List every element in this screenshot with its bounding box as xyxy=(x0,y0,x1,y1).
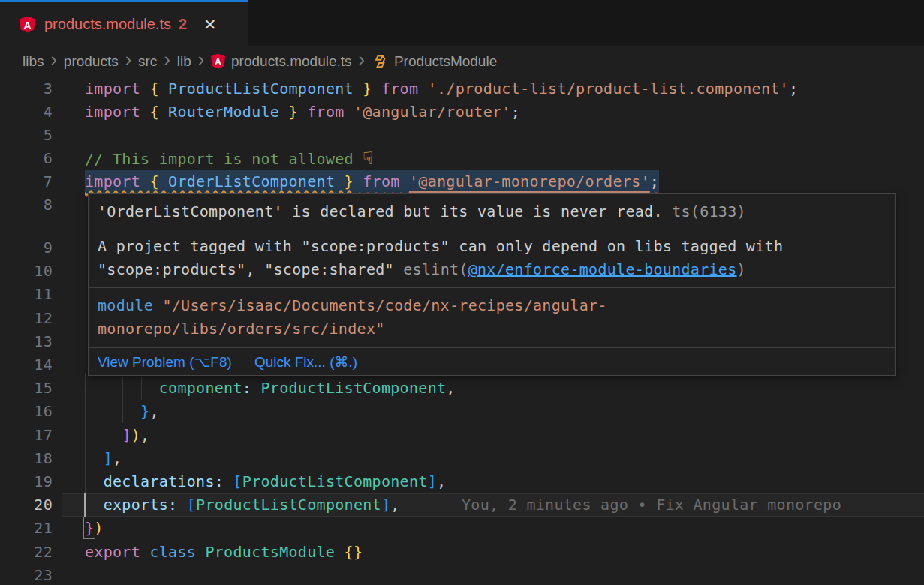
code-content[interactable]: }, xyxy=(85,400,159,423)
code-token: : xyxy=(242,379,251,397)
code-token: } xyxy=(354,80,372,98)
vscode-window: A products.module.ts 2 ✕ libs › products… xyxy=(0,0,924,585)
line-number-7[interactable]: 7 xyxy=(0,170,53,194)
code-token xyxy=(85,449,104,467)
code-token: , xyxy=(437,472,446,490)
line-number-15[interactable]: 15 xyxy=(0,376,53,400)
code-editor[interactable]: 3import { ProductListComponent } from '.… xyxy=(0,76,924,585)
code-token: ] xyxy=(428,472,437,490)
code-content[interactable]: import { OrderListComponent } from '@ang… xyxy=(85,170,659,194)
line-number-11[interactable]: 11 xyxy=(0,283,53,306)
code-token: ; xyxy=(789,80,798,98)
code-content[interactable]: }) xyxy=(85,517,104,540)
code-content[interactable]: import { ProductListComponent } from './… xyxy=(85,77,798,100)
code-line-19[interactable]: 19 declarations: [ProductListComponent], xyxy=(0,470,924,494)
code-token: { xyxy=(149,80,168,98)
chevron-right-icon: › xyxy=(164,50,170,69)
code-token: ] xyxy=(381,496,390,514)
code-content[interactable]: exports: [ProductListComponent], xyxy=(85,494,400,517)
line-number-19[interactable]: 19 xyxy=(0,470,53,494)
line-number-20[interactable]: 20 xyxy=(0,494,53,517)
code-content[interactable]: component: ProductListComponent, xyxy=(85,376,456,400)
code-content[interactable]: ]), xyxy=(85,424,149,447)
line-number-23[interactable]: 23 xyxy=(0,564,53,585)
code-line-23[interactable]: 23 xyxy=(0,564,924,585)
code-token: , xyxy=(446,379,455,397)
code-content[interactable]: // This import is not allowed ☟ xyxy=(85,147,373,171)
code-token xyxy=(85,426,122,444)
line-number-10[interactable]: 10 xyxy=(0,260,53,283)
code-line-20[interactable]: 20 exports: [ProductListComponent],You, … xyxy=(0,494,924,517)
line-number-3[interactable]: 3 xyxy=(0,77,53,100)
code-line-22[interactable]: 22export class ProductsModule {} xyxy=(0,541,924,564)
code-line-5[interactable]: 5 xyxy=(0,124,924,147)
code-token: ProductListComponent xyxy=(168,80,354,98)
code-token: from xyxy=(372,80,428,98)
code-token: , xyxy=(149,402,158,420)
code-line-6[interactable]: 6// This import is not allowed ☟ xyxy=(0,147,924,170)
code-line-21[interactable]: 21}) xyxy=(0,517,924,540)
code-token: [ xyxy=(187,496,196,514)
angular-file-icon: A xyxy=(211,54,225,69)
line-number-17[interactable]: 17 xyxy=(0,424,53,447)
line-number-13[interactable]: 13 xyxy=(0,330,53,353)
code-token: ; xyxy=(650,172,659,190)
code-line-4[interactable]: 4import { RouterModule } from '@angular/… xyxy=(0,100,924,124)
eslint-rule-link[interactable]: @nx/enforce-module-boundaries xyxy=(468,260,737,278)
line-number-6[interactable]: 6 xyxy=(0,147,53,170)
code-line-7[interactable]: 7import { OrderListComponent } from '@an… xyxy=(0,170,924,194)
code-token: ] xyxy=(122,426,131,444)
code-token: ] xyxy=(104,449,113,467)
class-symbol-icon xyxy=(372,53,388,70)
git-blame-annotation: You, 2 minutes ago • Fix Angular monorep… xyxy=(462,494,841,517)
ts-diagnostic-message: 'OrderListComponent' is declared but its… xyxy=(89,194,895,229)
code-line-16[interactable]: 16 }, xyxy=(0,400,924,423)
line-number-5[interactable]: 5 xyxy=(0,124,53,147)
code-token: './product-list/product-list.component' xyxy=(428,80,789,98)
code-content[interactable]: ], xyxy=(85,447,122,470)
code-token: // This import is not allowed xyxy=(85,150,363,168)
quick-fix-button[interactable]: Quick Fix... (⌘.) xyxy=(254,353,357,370)
view-problem-button[interactable]: View Problem (⌥F8) xyxy=(98,353,232,370)
code-token: RouterModule xyxy=(168,103,279,121)
line-number-22[interactable]: 22 xyxy=(0,541,53,564)
close-icon[interactable]: ✕ xyxy=(203,16,217,34)
code-content[interactable]: import { RouterModule } from '@angular/r… xyxy=(85,100,520,124)
code-content[interactable]: export class ProductsModule {} xyxy=(85,541,363,564)
line-number-18[interactable]: 18 xyxy=(0,447,53,470)
breadcrumb-item-lib[interactable]: lib xyxy=(177,53,191,70)
code-token: ProductListComponent xyxy=(242,472,428,490)
tab-products-module[interactable]: A products.module.ts 2 ✕ xyxy=(0,0,248,46)
line-number-8[interactable]: 8 xyxy=(0,194,53,217)
code-token xyxy=(335,543,344,561)
chevron-right-icon: › xyxy=(51,50,57,69)
line-number-16[interactable]: 16 xyxy=(0,400,53,423)
code-token: , xyxy=(390,496,399,514)
line-number-12[interactable]: 12 xyxy=(0,307,53,330)
line-number-9[interactable]: 9 xyxy=(0,236,53,260)
code-token: from xyxy=(354,172,409,190)
code-content[interactable]: declarations: [ProductListComponent], xyxy=(85,470,446,494)
hover-action-bar: View Problem (⌥F8) Quick Fix... (⌘.) xyxy=(89,348,895,375)
line-number-21[interactable]: 21 xyxy=(0,517,53,540)
code-token: ☟ xyxy=(363,148,373,168)
line-number-4[interactable]: 4 xyxy=(0,100,53,124)
code-line-15[interactable]: 15 component: ProductListComponent, xyxy=(0,376,924,400)
breadcrumb-item-file[interactable]: A products.module.ts xyxy=(211,53,352,70)
chevron-right-icon: › xyxy=(359,50,365,69)
code-line-17[interactable]: 17 ]), xyxy=(0,424,924,447)
breadcrumb-item-symbol[interactable]: ProductsModule xyxy=(372,53,497,70)
chevron-right-icon: › xyxy=(125,50,131,69)
breadcrumb-item-libs[interactable]: libs xyxy=(23,53,44,70)
tab-problem-count: 2 xyxy=(179,16,187,33)
code-line-3[interactable]: 3import { ProductListComponent } from '.… xyxy=(0,77,924,100)
code-token: ProductListComponent xyxy=(196,496,381,514)
code-token: import xyxy=(85,103,149,121)
code-token: from xyxy=(298,103,354,121)
code-token: ; xyxy=(511,103,520,121)
breadcrumb-item-products[interactable]: products xyxy=(64,53,119,70)
ts-error-code: ts(6133) xyxy=(663,202,746,220)
code-line-18[interactable]: 18 ], xyxy=(0,447,924,470)
breadcrumb-item-src[interactable]: src xyxy=(138,53,157,70)
line-number-14[interactable]: 14 xyxy=(0,353,53,376)
